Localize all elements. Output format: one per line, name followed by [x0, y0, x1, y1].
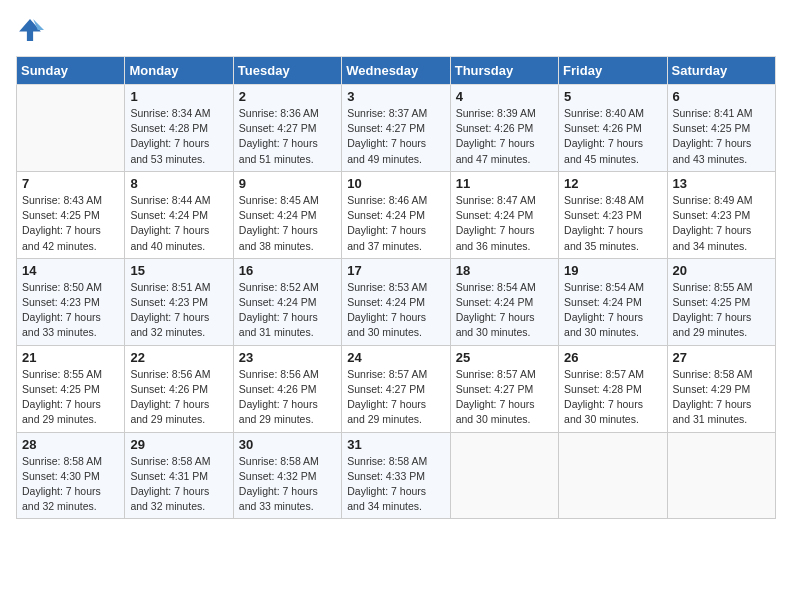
day-number: 10 [347, 176, 444, 191]
day-info: Sunrise: 8:58 AMSunset: 4:30 PMDaylight:… [22, 454, 119, 515]
day-number: 22 [130, 350, 227, 365]
calendar-cell: 23Sunrise: 8:56 AMSunset: 4:26 PMDayligh… [233, 345, 341, 432]
calendar-cell: 11Sunrise: 8:47 AMSunset: 4:24 PMDayligh… [450, 171, 558, 258]
day-number: 20 [673, 263, 770, 278]
day-number: 24 [347, 350, 444, 365]
calendar-cell: 1Sunrise: 8:34 AMSunset: 4:28 PMDaylight… [125, 85, 233, 172]
day-number: 11 [456, 176, 553, 191]
calendar-cell: 17Sunrise: 8:53 AMSunset: 4:24 PMDayligh… [342, 258, 450, 345]
svg-marker-0 [19, 19, 41, 41]
day-number: 13 [673, 176, 770, 191]
day-number: 12 [564, 176, 661, 191]
calendar-week-row: 14Sunrise: 8:50 AMSunset: 4:23 PMDayligh… [17, 258, 776, 345]
day-info: Sunrise: 8:46 AMSunset: 4:24 PMDaylight:… [347, 193, 444, 254]
day-number: 28 [22, 437, 119, 452]
calendar-cell: 31Sunrise: 8:58 AMSunset: 4:33 PMDayligh… [342, 432, 450, 519]
weekday-header-cell: Saturday [667, 57, 775, 85]
day-number: 3 [347, 89, 444, 104]
weekday-header-cell: Wednesday [342, 57, 450, 85]
calendar-cell: 18Sunrise: 8:54 AMSunset: 4:24 PMDayligh… [450, 258, 558, 345]
calendar-cell: 3Sunrise: 8:37 AMSunset: 4:27 PMDaylight… [342, 85, 450, 172]
calendar-cell: 22Sunrise: 8:56 AMSunset: 4:26 PMDayligh… [125, 345, 233, 432]
day-info: Sunrise: 8:55 AMSunset: 4:25 PMDaylight:… [22, 367, 119, 428]
day-number: 8 [130, 176, 227, 191]
calendar-body: 1Sunrise: 8:34 AMSunset: 4:28 PMDaylight… [17, 85, 776, 519]
calendar-cell: 4Sunrise: 8:39 AMSunset: 4:26 PMDaylight… [450, 85, 558, 172]
calendar-cell: 16Sunrise: 8:52 AMSunset: 4:24 PMDayligh… [233, 258, 341, 345]
day-number: 16 [239, 263, 336, 278]
day-info: Sunrise: 8:52 AMSunset: 4:24 PMDaylight:… [239, 280, 336, 341]
calendar-cell: 5Sunrise: 8:40 AMSunset: 4:26 PMDaylight… [559, 85, 667, 172]
calendar-cell [17, 85, 125, 172]
weekday-header-cell: Friday [559, 57, 667, 85]
day-number: 23 [239, 350, 336, 365]
day-info: Sunrise: 8:34 AMSunset: 4:28 PMDaylight:… [130, 106, 227, 167]
day-number: 9 [239, 176, 336, 191]
calendar-cell: 24Sunrise: 8:57 AMSunset: 4:27 PMDayligh… [342, 345, 450, 432]
calendar-week-row: 28Sunrise: 8:58 AMSunset: 4:30 PMDayligh… [17, 432, 776, 519]
calendar-cell: 29Sunrise: 8:58 AMSunset: 4:31 PMDayligh… [125, 432, 233, 519]
calendar-cell: 9Sunrise: 8:45 AMSunset: 4:24 PMDaylight… [233, 171, 341, 258]
calendar-cell: 14Sunrise: 8:50 AMSunset: 4:23 PMDayligh… [17, 258, 125, 345]
day-info: Sunrise: 8:56 AMSunset: 4:26 PMDaylight:… [239, 367, 336, 428]
day-number: 31 [347, 437, 444, 452]
day-info: Sunrise: 8:55 AMSunset: 4:25 PMDaylight:… [673, 280, 770, 341]
day-number: 30 [239, 437, 336, 452]
calendar-cell: 27Sunrise: 8:58 AMSunset: 4:29 PMDayligh… [667, 345, 775, 432]
calendar-cell: 21Sunrise: 8:55 AMSunset: 4:25 PMDayligh… [17, 345, 125, 432]
weekday-header-cell: Monday [125, 57, 233, 85]
calendar-cell: 26Sunrise: 8:57 AMSunset: 4:28 PMDayligh… [559, 345, 667, 432]
calendar-week-row: 21Sunrise: 8:55 AMSunset: 4:25 PMDayligh… [17, 345, 776, 432]
day-info: Sunrise: 8:41 AMSunset: 4:25 PMDaylight:… [673, 106, 770, 167]
day-number: 19 [564, 263, 661, 278]
weekday-header-cell: Thursday [450, 57, 558, 85]
day-info: Sunrise: 8:50 AMSunset: 4:23 PMDaylight:… [22, 280, 119, 341]
day-info: Sunrise: 8:58 AMSunset: 4:31 PMDaylight:… [130, 454, 227, 515]
day-number: 26 [564, 350, 661, 365]
day-info: Sunrise: 8:40 AMSunset: 4:26 PMDaylight:… [564, 106, 661, 167]
day-number: 25 [456, 350, 553, 365]
day-number: 14 [22, 263, 119, 278]
calendar-cell: 15Sunrise: 8:51 AMSunset: 4:23 PMDayligh… [125, 258, 233, 345]
day-info: Sunrise: 8:36 AMSunset: 4:27 PMDaylight:… [239, 106, 336, 167]
calendar-cell: 28Sunrise: 8:58 AMSunset: 4:30 PMDayligh… [17, 432, 125, 519]
day-number: 4 [456, 89, 553, 104]
day-info: Sunrise: 8:49 AMSunset: 4:23 PMDaylight:… [673, 193, 770, 254]
day-number: 2 [239, 89, 336, 104]
day-number: 17 [347, 263, 444, 278]
day-number: 18 [456, 263, 553, 278]
day-number: 7 [22, 176, 119, 191]
day-info: Sunrise: 8:56 AMSunset: 4:26 PMDaylight:… [130, 367, 227, 428]
day-info: Sunrise: 8:57 AMSunset: 4:28 PMDaylight:… [564, 367, 661, 428]
day-number: 1 [130, 89, 227, 104]
day-info: Sunrise: 8:58 AMSunset: 4:29 PMDaylight:… [673, 367, 770, 428]
calendar-cell: 25Sunrise: 8:57 AMSunset: 4:27 PMDayligh… [450, 345, 558, 432]
calendar-table: SundayMondayTuesdayWednesdayThursdayFrid… [16, 56, 776, 519]
calendar-cell: 30Sunrise: 8:58 AMSunset: 4:32 PMDayligh… [233, 432, 341, 519]
calendar-cell: 19Sunrise: 8:54 AMSunset: 4:24 PMDayligh… [559, 258, 667, 345]
day-info: Sunrise: 8:58 AMSunset: 4:33 PMDaylight:… [347, 454, 444, 515]
calendar-cell [559, 432, 667, 519]
calendar-cell: 13Sunrise: 8:49 AMSunset: 4:23 PMDayligh… [667, 171, 775, 258]
day-info: Sunrise: 8:37 AMSunset: 4:27 PMDaylight:… [347, 106, 444, 167]
page-header [16, 16, 776, 44]
calendar-week-row: 1Sunrise: 8:34 AMSunset: 4:28 PMDaylight… [17, 85, 776, 172]
calendar-week-row: 7Sunrise: 8:43 AMSunset: 4:25 PMDaylight… [17, 171, 776, 258]
logo [16, 16, 48, 44]
day-info: Sunrise: 8:57 AMSunset: 4:27 PMDaylight:… [347, 367, 444, 428]
calendar-cell: 2Sunrise: 8:36 AMSunset: 4:27 PMDaylight… [233, 85, 341, 172]
calendar-cell [667, 432, 775, 519]
day-number: 27 [673, 350, 770, 365]
day-number: 15 [130, 263, 227, 278]
calendar-cell: 20Sunrise: 8:55 AMSunset: 4:25 PMDayligh… [667, 258, 775, 345]
day-number: 21 [22, 350, 119, 365]
day-info: Sunrise: 8:39 AMSunset: 4:26 PMDaylight:… [456, 106, 553, 167]
calendar-cell: 8Sunrise: 8:44 AMSunset: 4:24 PMDaylight… [125, 171, 233, 258]
day-number: 6 [673, 89, 770, 104]
day-info: Sunrise: 8:53 AMSunset: 4:24 PMDaylight:… [347, 280, 444, 341]
weekday-header-cell: Sunday [17, 57, 125, 85]
day-number: 5 [564, 89, 661, 104]
day-info: Sunrise: 8:51 AMSunset: 4:23 PMDaylight:… [130, 280, 227, 341]
weekday-header-row: SundayMondayTuesdayWednesdayThursdayFrid… [17, 57, 776, 85]
calendar-cell: 7Sunrise: 8:43 AMSunset: 4:25 PMDaylight… [17, 171, 125, 258]
